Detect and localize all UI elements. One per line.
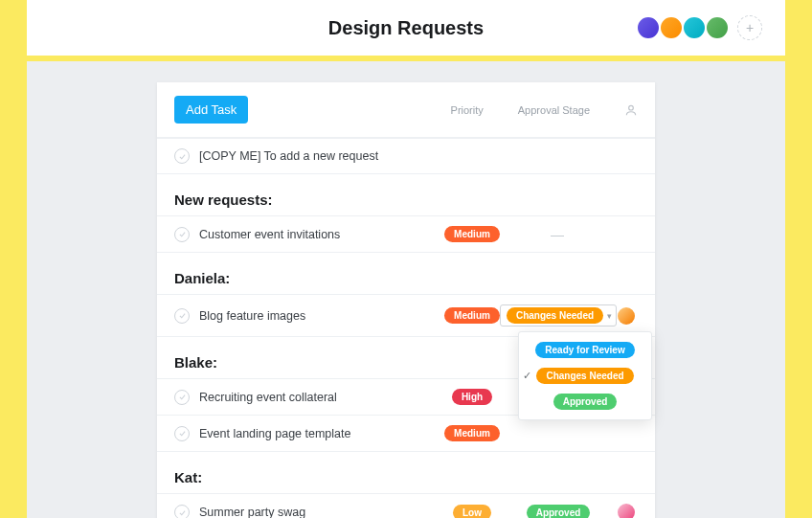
add-member-button[interactable]: + [737,15,762,40]
approval-cell[interactable]: Approved [511,505,605,519]
approval-option[interactable]: Approved [534,394,636,410]
section-title: Daniela: [157,253,655,294]
approval-cell[interactable]: — [511,227,605,242]
task-list-card: Add Task Priority Approval Stage [COPY M… [157,82,655,518]
complete-task-checkbox[interactable] [174,390,190,405]
task-row[interactable]: Event landing page templateMedium [157,416,655,452]
complete-task-checkbox[interactable] [174,426,190,441]
task-name: Customer event invitations [199,228,433,241]
column-approval-label: Approval Stage [518,104,590,116]
assignee-avatar [618,504,635,518]
task-name: [COPY ME] To add a new request [199,149,433,163]
priority-pill: High [452,389,492,405]
approval-dropdown-trigger[interactable]: Changes Needed▾ [500,304,617,327]
approval-option-pill: Ready for Review [535,342,634,358]
member-avatar[interactable] [659,15,684,40]
priority-cell[interactable]: Low [442,505,502,519]
approval-pill: Changes Needed [507,307,603,324]
person-icon [624,103,638,117]
assignee-cell[interactable] [615,307,638,325]
approval-pill: Approved [527,505,591,519]
priority-pill: Medium [444,425,500,441]
complete-task-checkbox[interactable] [174,505,190,518]
complete-task-checkbox[interactable] [174,148,190,164]
assignee-cell[interactable] [615,504,638,518]
complete-task-checkbox[interactable] [174,308,190,324]
priority-pill: Medium [444,307,500,324]
svg-point-0 [629,105,634,110]
assignee-avatar [618,307,635,325]
card-header: Add Task Priority Approval Stage [157,82,655,138]
approval-dropdown-menu[interactable]: Ready for Review✓Changes NeededApproved [518,331,652,420]
sections-container: [COPY ME] To add a new requestNew reques… [157,138,655,518]
canvas: Add Task Priority Approval Stage [COPY M… [27,61,785,518]
section-title: Kat: [157,452,655,493]
task-row[interactable]: [COPY ME] To add a new request [157,138,655,174]
task-name: Blog feature images [199,309,433,323]
approval-option-pill: Approved [553,394,618,410]
check-icon: ✓ [523,370,531,382]
plus-icon: + [746,20,754,35]
approval-option[interactable]: ✓Changes Needed [534,368,636,384]
priority-cell[interactable]: Medium [442,226,502,242]
approval-cell[interactable]: Changes Needed▾ [511,304,605,327]
add-task-button[interactable]: Add Task [174,96,248,124]
priority-cell[interactable]: Medium [442,425,502,441]
priority-pill: Low [453,505,491,519]
page-title: Design Requests [328,17,484,39]
member-avatars: + [636,15,762,40]
header-bar: Design Requests + [27,0,785,56]
column-headers: Priority Approval Stage [451,103,638,117]
priority-cell[interactable]: High [442,389,502,405]
member-avatar[interactable] [705,15,730,40]
priority-cell[interactable]: Medium [442,307,502,324]
approval-option-pill: Changes Needed [536,368,633,384]
member-avatar[interactable] [682,15,707,40]
approval-option[interactable]: Ready for Review [534,342,636,358]
task-name: Recruiting event collateral [199,391,433,404]
chevron-down-icon: ▾ [607,311,612,321]
section-title: New requests: [157,174,655,215]
priority-pill: Medium [444,226,500,242]
empty-placeholder: — [551,227,566,242]
member-avatar[interactable] [636,15,661,40]
task-name: Summer party swag [199,506,433,518]
task-row[interactable]: Customer event invitationsMedium— [157,215,655,253]
task-name: Event landing page template [199,427,433,440]
column-priority-label: Priority [451,104,484,116]
task-row[interactable]: Summer party swagLowApproved [157,493,655,518]
complete-task-checkbox[interactable] [174,227,190,242]
